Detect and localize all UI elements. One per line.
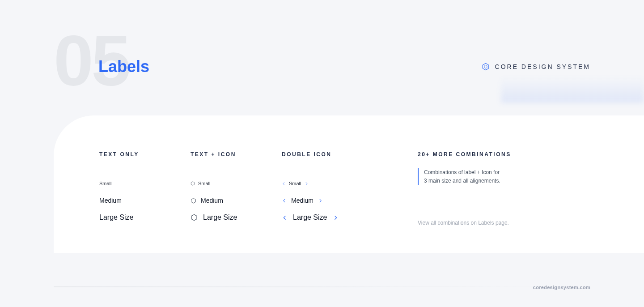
col-text-only: TEXT ONLY Small Medium Large Size bbox=[99, 151, 158, 222]
label-text-icon-large: Large Size bbox=[191, 213, 250, 222]
label-double-icon-small: Small bbox=[282, 179, 353, 188]
label-text-icon-small: Small bbox=[191, 179, 250, 188]
chevron-left-icon bbox=[282, 182, 286, 186]
label-text: Small bbox=[99, 181, 112, 186]
brand-block: CORE DESIGN SYSTEM bbox=[482, 63, 590, 71]
label-text: Medium bbox=[99, 197, 122, 204]
label-text-only-medium: Medium bbox=[99, 196, 158, 205]
col-header-more: 20+ MORE COMBINATIONS bbox=[418, 151, 552, 158]
label-text: Large Size bbox=[293, 213, 327, 222]
brand-glow bbox=[501, 76, 644, 103]
chevron-left-icon bbox=[282, 215, 288, 221]
label-text: Small bbox=[289, 181, 301, 186]
hexagon-icon bbox=[191, 181, 195, 186]
chevron-right-icon bbox=[318, 198, 323, 203]
view-all-text: View all combinations on Labels page. bbox=[418, 220, 552, 226]
columns: TEXT ONLY Small Medium Large Size TEXT +… bbox=[99, 151, 644, 226]
col-more-combinations: 20+ MORE COMBINATIONS Combinations of la… bbox=[418, 151, 552, 226]
chevron-left-icon bbox=[282, 198, 287, 203]
chevron-right-icon bbox=[333, 215, 339, 221]
col-text-icon: TEXT + ICON Small Medium bbox=[191, 151, 250, 222]
label-text-icon-medium: Medium bbox=[191, 196, 250, 205]
col-double-icon: DOUBLE ICON Small Medium bbox=[282, 151, 353, 222]
label-text: Medium bbox=[291, 197, 314, 204]
brand-hexagon-icon bbox=[482, 63, 490, 71]
label-text-only-small: Small bbox=[99, 179, 158, 188]
hexagon-icon bbox=[191, 198, 196, 204]
brand-label: CORE DESIGN SYSTEM bbox=[495, 63, 590, 70]
footer-divider bbox=[54, 286, 590, 287]
hexagon-icon bbox=[191, 214, 198, 221]
more-description-line: 3 main size and all alignements. bbox=[424, 177, 516, 185]
label-text: Small bbox=[198, 181, 211, 186]
more-description: Combinations of label + Icon for 3 main … bbox=[418, 168, 516, 185]
label-text: Medium bbox=[201, 197, 223, 204]
chevron-right-icon bbox=[305, 182, 309, 186]
label-text-only-large: Large Size bbox=[99, 213, 158, 222]
content-panel: TEXT ONLY Small Medium Large Size TEXT +… bbox=[54, 115, 644, 253]
label-double-icon-medium: Medium bbox=[282, 196, 353, 205]
col-header-double-icon: DOUBLE ICON bbox=[282, 151, 353, 158]
col-header-text-only: TEXT ONLY bbox=[99, 151, 158, 158]
label-text: Large Size bbox=[203, 213, 237, 222]
page-title: Labels bbox=[98, 57, 149, 76]
footer-url: coredesignsystem.com bbox=[533, 285, 590, 290]
col-header-text-icon: TEXT + ICON bbox=[191, 151, 250, 158]
label-text: Large Size bbox=[99, 213, 134, 222]
label-double-icon-large: Large Size bbox=[282, 213, 353, 222]
more-description-line: Combinations of label + Icon for bbox=[424, 168, 516, 177]
